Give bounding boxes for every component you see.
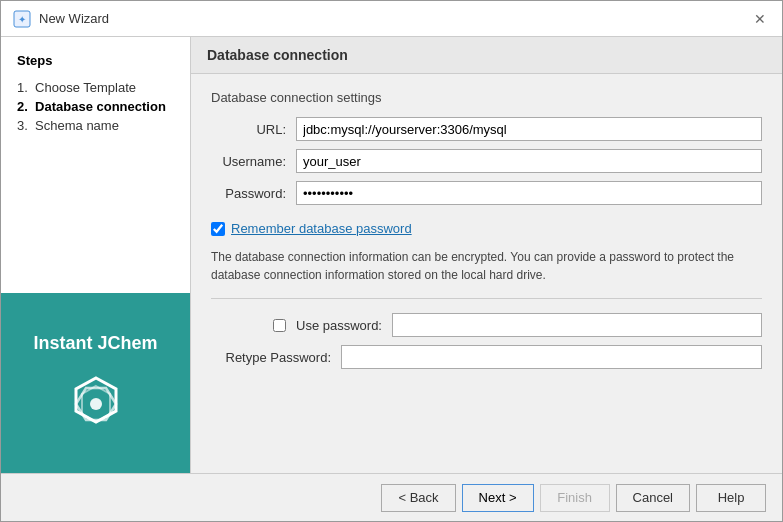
info-text: The database connection information can …: [211, 248, 762, 284]
sidebar-branding: Instant JChem: [1, 293, 190, 473]
password-label: Password:: [211, 186, 296, 201]
use-password-label[interactable]: Use password:: [296, 318, 392, 333]
back-button[interactable]: < Back: [381, 484, 455, 512]
footer: < Back Next > Finish Cancel Help: [1, 473, 782, 521]
retype-password-group: Retype Password:: [211, 345, 762, 369]
retype-password-input[interactable]: [341, 345, 762, 369]
use-password-group: Use password:: [211, 313, 762, 337]
sidebar-steps: Steps 1. Choose Template 2. Database con…: [1, 37, 190, 151]
section-title: Database connection settings: [211, 90, 762, 105]
brand-text: Instant JChem: [33, 333, 157, 354]
password-input[interactable]: [296, 181, 762, 205]
url-input[interactable]: [296, 117, 762, 141]
url-label: URL:: [211, 122, 296, 137]
dialog-title: New Wizard: [39, 11, 109, 26]
password-group: Password:: [211, 181, 762, 205]
title-bar-left: ✦ New Wizard: [13, 10, 109, 28]
content-area: Steps 1. Choose Template 2. Database con…: [1, 37, 782, 473]
page-title: Database connection: [207, 47, 766, 63]
username-label: Username:: [211, 154, 296, 169]
finish-button[interactable]: Finish: [540, 484, 610, 512]
remember-row: Remember database password: [211, 221, 762, 236]
steps-title: Steps: [17, 53, 174, 68]
use-password-input[interactable]: [392, 313, 762, 337]
wizard-icon: ✦: [13, 10, 31, 28]
retype-password-label: Retype Password:: [211, 350, 341, 365]
title-bar: ✦ New Wizard ✕: [1, 1, 782, 37]
step-3: 3. Schema name: [17, 116, 174, 135]
form-area: Database connection settings URL: Userna…: [191, 74, 782, 473]
next-button[interactable]: Next >: [462, 484, 534, 512]
use-password-checkbox[interactable]: [273, 319, 286, 332]
brand-logo-icon: [66, 374, 126, 434]
sidebar: Steps 1. Choose Template 2. Database con…: [1, 37, 191, 473]
step-2: 2. Database connection: [17, 97, 174, 116]
step-1: 1. Choose Template: [17, 78, 174, 97]
svg-text:✦: ✦: [18, 14, 26, 25]
remember-checkbox[interactable]: [211, 222, 225, 236]
close-button[interactable]: ✕: [750, 9, 770, 29]
cancel-button[interactable]: Cancel: [616, 484, 690, 512]
username-group: Username:: [211, 149, 762, 173]
url-group: URL:: [211, 117, 762, 141]
help-button[interactable]: Help: [696, 484, 766, 512]
separator: [211, 298, 762, 299]
username-input[interactable]: [296, 149, 762, 173]
page-header: Database connection: [191, 37, 782, 74]
remember-label[interactable]: Remember database password: [231, 221, 412, 236]
svg-point-5: [90, 398, 102, 410]
dialog: ✦ New Wizard ✕ Steps 1. Choose Template …: [0, 0, 783, 522]
main-panel: Database connection Database connection …: [191, 37, 782, 473]
